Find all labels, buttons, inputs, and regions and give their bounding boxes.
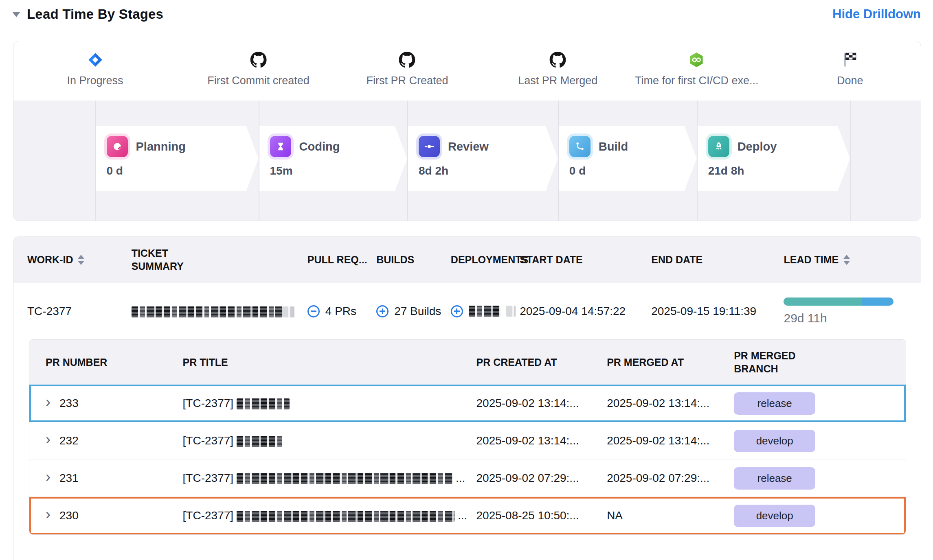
work-item-row: TC-2377 4 PRs 27 Builds 2025-09-04 14:57… xyxy=(13,283,921,339)
expand-plus-icon[interactable] xyxy=(451,305,463,317)
lead-time-cell: 29d 11h xyxy=(784,298,921,325)
work-items-table: WORK-ID TICKET SUMMARY PULL REQ... BUILD… xyxy=(13,236,921,560)
redacted-text xyxy=(237,473,452,484)
pr-created-at: 2025-09-02 13:14:... xyxy=(476,397,607,410)
column-header-pr-title: PR TITLE xyxy=(183,356,476,369)
builds-cell[interactable]: 27 Builds xyxy=(376,305,451,318)
column-header-pr-merged-branch: PR MERGED BRANCH xyxy=(734,349,906,376)
pr-number: 233 xyxy=(59,397,79,410)
pr-created-at: 2025-09-02 13:14:... xyxy=(476,434,607,447)
pr-row-232[interactable]: › 232 [TC-2377] 2025-09-02 13:14:... 202… xyxy=(29,422,906,459)
redacted-text xyxy=(237,398,290,409)
pr-number: 230 xyxy=(59,509,79,522)
column-header-pr-merged-at: PR MERGED AT xyxy=(607,356,734,369)
stage-divider xyxy=(407,101,408,221)
stage-divider xyxy=(697,101,698,221)
stage-marker-first-pr: First PR Created xyxy=(366,52,448,87)
pull-requests-cell[interactable]: 4 PRs xyxy=(307,305,376,318)
hide-drilldown-link[interactable]: Hide Drilldown xyxy=(832,7,921,22)
pr-row-230[interactable]: › 230 [TC-2377] ... 2025-08-25 10:50:...… xyxy=(29,497,906,534)
chevron-right-icon[interactable]: › xyxy=(46,395,50,409)
jira-diamond-icon xyxy=(87,52,103,68)
stage-marker-in-progress: In Progress xyxy=(67,52,123,87)
expand-plus-icon[interactable] xyxy=(376,305,389,317)
pr-merged-at: 2025-09-02 13:14:... xyxy=(607,434,734,447)
collapse-caret-icon[interactable] xyxy=(12,12,20,17)
pr-table-header: PR NUMBER PR TITLE PR CREATED AT PR MERG… xyxy=(29,340,906,385)
planning-note-icon xyxy=(107,136,128,157)
redacted-text xyxy=(237,511,454,522)
stage-marker-last-pr-merged: Last PR Merged xyxy=(518,52,597,87)
stage-duration: 8d 2h xyxy=(419,164,547,177)
git-branch-icon xyxy=(569,136,591,157)
chevron-right-icon[interactable]: › xyxy=(46,507,50,522)
lead-time-value: 29d 11h xyxy=(784,311,917,325)
stage-name: Build xyxy=(599,140,628,153)
stage-duration: 21d 8h xyxy=(708,164,840,177)
marker-label: Last PR Merged xyxy=(518,74,597,87)
stage-duration: 15m xyxy=(270,164,397,177)
pull-requests-count: 4 PRs xyxy=(325,305,356,318)
branch-badge[interactable]: release xyxy=(734,392,815,415)
chevron-right-icon[interactable]: › xyxy=(46,470,50,484)
pr-created-at: 2025-08-25 10:50:... xyxy=(476,509,607,522)
builds-count: 27 Builds xyxy=(394,305,441,318)
pr-number: 232 xyxy=(59,434,79,447)
column-header-ticket-summary: TICKET SUMMARY xyxy=(132,247,307,273)
column-header-work-id[interactable]: WORK-ID xyxy=(13,254,132,266)
lead-time-drilldown-page: Lead Time By Stages Hide Drilldown In Pr… xyxy=(0,0,933,560)
branch-badge[interactable]: develop xyxy=(734,505,815,527)
finish-flag-icon xyxy=(842,52,858,68)
marker-label: In Progress xyxy=(67,74,123,87)
stage-card-planning[interactable]: Planning 0 d xyxy=(96,126,259,191)
stage-duration: 0 d xyxy=(107,164,248,177)
stage-flow-card: In Progress First Commit created First P… xyxy=(13,41,921,221)
page-title: Lead Time By Stages xyxy=(27,7,163,22)
github-icon xyxy=(250,52,267,68)
column-header-end-date: END DATE xyxy=(651,254,784,266)
branch-badge[interactable]: release xyxy=(734,467,815,490)
redacted-text xyxy=(132,306,282,317)
column-header-start-date: START DATE xyxy=(520,254,651,266)
sort-icon[interactable] xyxy=(78,255,84,265)
marker-label: First Commit created xyxy=(207,74,310,87)
pr-title: [TC-2377] ... xyxy=(183,509,476,522)
pr-merged-at: NA xyxy=(607,509,734,522)
collapse-minus-icon[interactable] xyxy=(307,305,320,317)
stage-marker-first-commit: First Commit created xyxy=(207,52,310,87)
stage-card-deploy[interactable]: Deploy 21d 8h xyxy=(698,126,850,191)
stage-name: Coding xyxy=(299,140,340,153)
section-header: Lead Time By Stages Hide Drilldown xyxy=(12,7,921,22)
column-header-lead-time[interactable]: LEAD TIME xyxy=(784,254,921,266)
work-table-header: WORK-ID TICKET SUMMARY PULL REQ... BUILD… xyxy=(13,237,921,283)
pr-merged-branch-cell: develop xyxy=(734,505,906,527)
redacted-text xyxy=(237,436,283,447)
chevron-right-icon[interactable]: › xyxy=(46,432,50,447)
stage-divider xyxy=(95,101,96,221)
start-date-value: 2025-09-04 14:57:22 xyxy=(520,305,651,318)
branch-badge[interactable]: develop xyxy=(734,430,815,452)
pr-title: [TC-2377] xyxy=(183,434,476,447)
stage-name: Planning xyxy=(136,140,186,153)
pr-merged-at: 2025-09-02 07:29:... xyxy=(607,472,734,485)
stage-card-review[interactable]: Review 8d 2h xyxy=(408,126,558,191)
pr-number: 231 xyxy=(59,472,79,485)
pr-row-233[interactable]: › 233 [TC-2377] 2025-09-02 13:14:... 202… xyxy=(29,385,906,422)
pr-row-231[interactable]: › 231 [TC-2377] ... 2025-09-02 07:29:...… xyxy=(29,459,906,497)
hourglass-icon xyxy=(270,136,291,157)
pr-merged-branch-cell: release xyxy=(734,392,906,415)
git-commit-icon xyxy=(419,136,440,157)
column-header-builds: BUILDS xyxy=(376,254,451,266)
pr-merged-branch-cell: release xyxy=(734,467,906,490)
deployments-cell[interactable] xyxy=(451,305,520,317)
sort-icon[interactable] xyxy=(843,255,850,265)
end-date-value: 2025-09-15 19:11:39 xyxy=(651,305,784,318)
pr-merged-branch-cell: develop xyxy=(734,430,906,452)
stage-card-build[interactable]: Build 0 d xyxy=(559,126,697,191)
stage-card-coding[interactable]: Coding 15m xyxy=(259,126,407,191)
pr-created-at: 2025-09-02 07:29:... xyxy=(476,472,607,485)
column-header-pull-requests: PULL REQ... xyxy=(307,254,376,266)
github-icon xyxy=(399,52,415,68)
work-id-value: TC-2377 xyxy=(13,305,132,318)
rocket-icon xyxy=(708,136,729,157)
